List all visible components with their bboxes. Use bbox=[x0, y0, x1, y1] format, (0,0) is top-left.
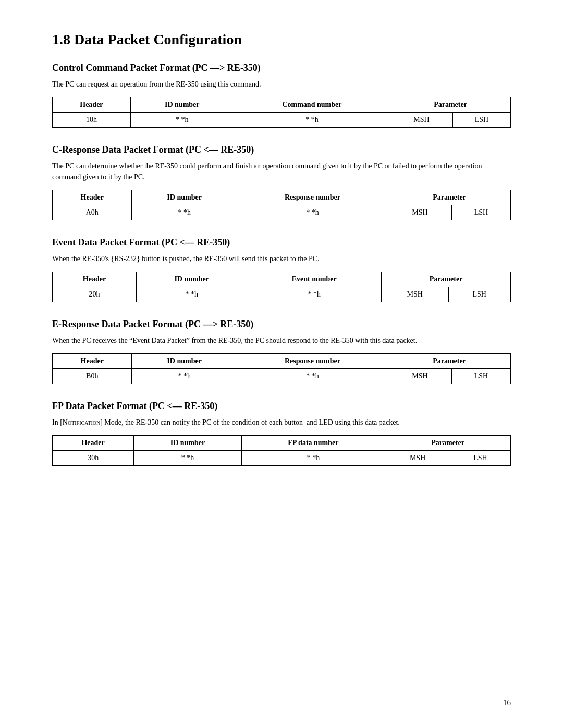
event-data-table: Header ID number Event number Parameter … bbox=[52, 272, 511, 302]
section-e-response-desc: When the PC receives the “Event Data Pac… bbox=[52, 335, 511, 346]
col-header-response: Response number bbox=[237, 190, 388, 205]
cell-id: * *h bbox=[136, 287, 247, 302]
page-title: 1.8 Data Packet Configuration bbox=[52, 31, 511, 48]
col-header-header: Header bbox=[53, 436, 134, 451]
col-header-response: Response number bbox=[237, 354, 388, 369]
section-event-data-desc: When the RE-350's {RS-232} button is pus… bbox=[52, 253, 511, 264]
cell-header: 20h bbox=[53, 287, 137, 302]
col-header-command: Command number bbox=[234, 97, 390, 113]
control-command-table: Header ID number Command number Paramete… bbox=[52, 97, 511, 128]
section-fp-data-desc: In [Notification] Mode, the RE-350 can n… bbox=[52, 417, 511, 428]
col-header-event: Event number bbox=[247, 272, 382, 287]
section-e-response: E-Response Data Packet Format (PC —> RE-… bbox=[52, 319, 511, 384]
cell-lsh: LSH bbox=[452, 113, 510, 128]
table-row: 20h * *h * *h MSH LSH bbox=[53, 287, 511, 302]
col-header-header: Header bbox=[53, 97, 131, 113]
col-header-parameter: Parameter bbox=[388, 354, 511, 369]
page-number: 16 bbox=[503, 698, 511, 707]
section-event-data: Event Data Packet Format (PC <— RE-350) … bbox=[52, 237, 511, 302]
col-header-header: Header bbox=[53, 354, 132, 369]
notification-label: Notification bbox=[63, 418, 100, 426]
col-header-id: ID number bbox=[132, 190, 237, 205]
col-header-parameter: Parameter bbox=[385, 436, 511, 451]
section-event-data-title: Event Data Packet Format (PC <— RE-350) bbox=[52, 237, 511, 248]
cell-id: * *h bbox=[132, 369, 237, 384]
table-row: A0h * *h * *h MSH LSH bbox=[53, 205, 511, 220]
section-fp-data: FP Data Packet Format (PC <— RE-350) In … bbox=[52, 401, 511, 466]
cell-msh: MSH bbox=[388, 369, 452, 384]
cell-lsh: LSH bbox=[450, 451, 510, 466]
col-header-id: ID number bbox=[136, 272, 247, 287]
cell-msh: MSH bbox=[388, 205, 452, 220]
section-c-response-desc: The PC can determine whether the RE-350 … bbox=[52, 161, 511, 182]
c-response-table: Header ID number Response number Paramet… bbox=[52, 190, 511, 220]
cell-msh: MSH bbox=[382, 287, 449, 302]
col-header-parameter: Parameter bbox=[390, 97, 511, 113]
col-header-fp: FP data number bbox=[241, 436, 385, 451]
cell-command: * *h bbox=[234, 113, 390, 128]
cell-id: * *h bbox=[130, 113, 234, 128]
col-header-parameter: Parameter bbox=[388, 190, 511, 205]
cell-fp: * *h bbox=[241, 451, 385, 466]
cell-header: B0h bbox=[53, 369, 132, 384]
cell-id: * *h bbox=[132, 205, 237, 220]
cell-response: * *h bbox=[237, 205, 388, 220]
cell-msh: MSH bbox=[390, 113, 453, 128]
cell-msh: MSH bbox=[385, 451, 450, 466]
fp-data-table: Header ID number FP data number Paramete… bbox=[52, 435, 511, 466]
section-control-command-desc: The PC can request an operation from the… bbox=[52, 79, 511, 90]
section-fp-data-title: FP Data Packet Format (PC <— RE-350) bbox=[52, 401, 511, 412]
cell-lsh: LSH bbox=[451, 369, 510, 384]
section-control-command: Control Command Packet Format (PC —> RE-… bbox=[52, 63, 511, 128]
cell-id: * *h bbox=[134, 451, 241, 466]
cell-header: 10h bbox=[53, 113, 131, 128]
cell-response: * *h bbox=[237, 369, 388, 384]
section-control-command-title: Control Command Packet Format (PC —> RE-… bbox=[52, 63, 511, 73]
col-header-id: ID number bbox=[130, 97, 234, 113]
col-header-parameter: Parameter bbox=[382, 272, 511, 287]
cell-event: * *h bbox=[247, 287, 382, 302]
table-row: B0h * *h * *h MSH LSH bbox=[53, 369, 511, 384]
col-header-id: ID number bbox=[134, 436, 241, 451]
col-header-header: Header bbox=[53, 190, 132, 205]
cell-lsh: LSH bbox=[451, 205, 510, 220]
table-row: 10h * *h * *h MSH LSH bbox=[53, 113, 511, 128]
e-response-table: Header ID number Response number Paramet… bbox=[52, 353, 511, 384]
col-header-id: ID number bbox=[132, 354, 237, 369]
cell-header: 30h bbox=[53, 451, 134, 466]
col-header-header: Header bbox=[53, 272, 137, 287]
section-c-response-title: C-Response Data Packet Format (PC <— RE-… bbox=[52, 144, 511, 155]
section-e-response-title: E-Response Data Packet Format (PC —> RE-… bbox=[52, 319, 511, 330]
cell-lsh: LSH bbox=[448, 287, 510, 302]
section-c-response: C-Response Data Packet Format (PC <— RE-… bbox=[52, 144, 511, 220]
table-row: 30h * *h * *h MSH LSH bbox=[53, 451, 511, 466]
cell-header: A0h bbox=[53, 205, 132, 220]
